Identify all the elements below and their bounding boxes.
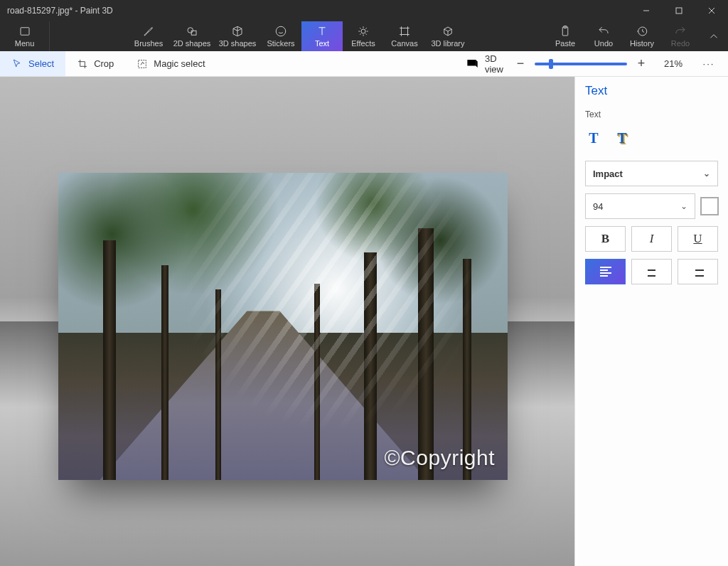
font-family-dropdown[interactable]: Impact ⌄ <box>585 161 718 186</box>
effects-tool[interactable]: Effects <box>343 21 384 51</box>
close-button[interactable] <box>695 0 728 21</box>
brushes-label: Brushes <box>134 39 163 48</box>
svg-rect-6 <box>191 31 196 35</box>
font-size-value: 94 <box>593 201 603 212</box>
select-button[interactable]: Select <box>0 51 65 76</box>
2d-text-button[interactable]: T <box>585 129 602 146</box>
text-color-swatch[interactable] <box>701 198 718 215</box>
stickers-tool[interactable]: Stickers <box>260 21 301 51</box>
magic-select-label: Magic select <box>154 58 205 69</box>
chevron-up-icon <box>707 30 720 43</box>
window-title: road-815297.jpg* - Paint 3D <box>7 6 113 16</box>
3d-library-tool[interactable]: 3D library <box>425 21 471 51</box>
align-right-icon <box>692 267 704 277</box>
svg-rect-13 <box>139 60 146 68</box>
3d-view-button[interactable]: 3D view <box>455 53 513 75</box>
stickers-icon <box>274 25 287 38</box>
3d-library-icon <box>441 25 454 38</box>
svg-rect-9 <box>402 28 408 35</box>
svg-point-5 <box>188 28 193 33</box>
panel-title: Text <box>585 84 718 98</box>
brush-icon <box>142 25 155 38</box>
paste-button[interactable]: Paste <box>546 21 584 51</box>
align-left-button[interactable] <box>585 259 626 284</box>
stickers-label: Stickers <box>267 39 294 48</box>
2d-shapes-label: 2D shapes <box>173 39 211 48</box>
text-panel: Text Text T T Impact ⌄ 94 ⌄ B I U <box>574 77 728 566</box>
underline-button[interactable]: U <box>678 226 718 252</box>
3d-shapes-icon <box>231 25 244 38</box>
sub-toolbar: Select Crop Magic select 3D view − + 21%… <box>0 51 728 77</box>
paste-icon <box>559 25 572 38</box>
menu-label: Menu <box>15 39 35 48</box>
text-label: Text <box>315 39 329 48</box>
magic-select-icon <box>136 58 148 70</box>
text-tool[interactable]: Text <box>301 21 343 51</box>
canvas-icon <box>398 25 411 38</box>
zoom-in-button[interactable]: + <box>634 56 648 71</box>
align-right-button[interactable] <box>678 259 718 284</box>
cursor-icon <box>11 58 23 70</box>
maximize-button[interactable] <box>663 0 695 21</box>
magic-select-button[interactable]: Magic select <box>125 51 216 76</box>
3d-shapes-label: 3D shapes <box>219 39 257 48</box>
3d-shapes-tool[interactable]: 3D shapes <box>215 21 260 51</box>
brushes-tool[interactable]: Brushes <box>128 21 169 51</box>
redo-icon <box>674 25 687 38</box>
ribbon: Menu Brushes 2D shapes 3D shapes Sticker… <box>0 21 728 51</box>
canvas-tool[interactable]: Canvas <box>384 21 425 51</box>
2d-shapes-icon <box>186 25 198 38</box>
effects-label: Effects <box>351 39 375 48</box>
redo-button: Redo <box>661 21 700 51</box>
align-center-button[interactable] <box>631 259 672 284</box>
svg-point-7 <box>276 26 286 36</box>
align-left-icon <box>600 267 611 277</box>
menu-button[interactable]: Menu <box>0 21 50 51</box>
watermark-text[interactable]: ©Copyright <box>385 446 496 470</box>
text-icon <box>316 25 328 38</box>
undo-icon <box>597 25 610 38</box>
undo-button[interactable]: Undo <box>584 21 623 51</box>
chevron-down-icon: ⌄ <box>680 201 687 211</box>
3d-library-label: 3D library <box>431 39 464 48</box>
history-label: History <box>630 39 654 48</box>
3d-view-icon <box>465 56 479 70</box>
canvas-area[interactable]: ©Copyright <box>0 77 574 566</box>
collapse-ribbon-button[interactable] <box>700 21 728 51</box>
minimize-button[interactable] <box>630 0 663 21</box>
panel-subheader: Text <box>585 110 718 119</box>
image-on-canvas[interactable]: ©Copyright <box>58 173 508 480</box>
canvas-label: Canvas <box>391 39 417 48</box>
history-icon <box>636 25 648 38</box>
svg-rect-14 <box>467 60 476 65</box>
titlebar: road-815297.jpg* - Paint 3D <box>0 0 728 21</box>
redo-label: Redo <box>671 39 690 48</box>
svg-rect-1 <box>676 8 682 14</box>
2d-shapes-tool[interactable]: 2D shapes <box>169 21 215 51</box>
align-center-icon <box>646 267 658 277</box>
effects-icon <box>357 25 370 38</box>
crop-icon <box>77 58 88 70</box>
history-button[interactable]: History <box>623 21 661 51</box>
more-options-button[interactable]: ··· <box>698 58 719 69</box>
crop-button[interactable]: Crop <box>65 51 125 76</box>
svg-point-8 <box>361 29 365 33</box>
zoom-out-button[interactable]: − <box>513 56 528 71</box>
font-family-value: Impact <box>593 169 623 179</box>
svg-rect-4 <box>21 28 29 36</box>
paste-label: Paste <box>555 39 575 48</box>
crop-label: Crop <box>94 58 114 69</box>
zoom-percent[interactable]: 21% <box>655 58 691 69</box>
menu-icon <box>18 25 31 38</box>
3d-view-label: 3D view <box>485 53 503 75</box>
undo-label: Undo <box>594 39 613 48</box>
font-size-dropdown[interactable]: 94 ⌄ <box>585 193 695 219</box>
bold-button[interactable]: B <box>585 226 626 252</box>
chevron-down-icon: ⌄ <box>703 169 710 178</box>
italic-button[interactable]: I <box>631 226 672 252</box>
3d-text-button[interactable]: T <box>614 129 631 146</box>
zoom-slider[interactable] <box>535 63 627 65</box>
select-label: Select <box>28 58 54 69</box>
